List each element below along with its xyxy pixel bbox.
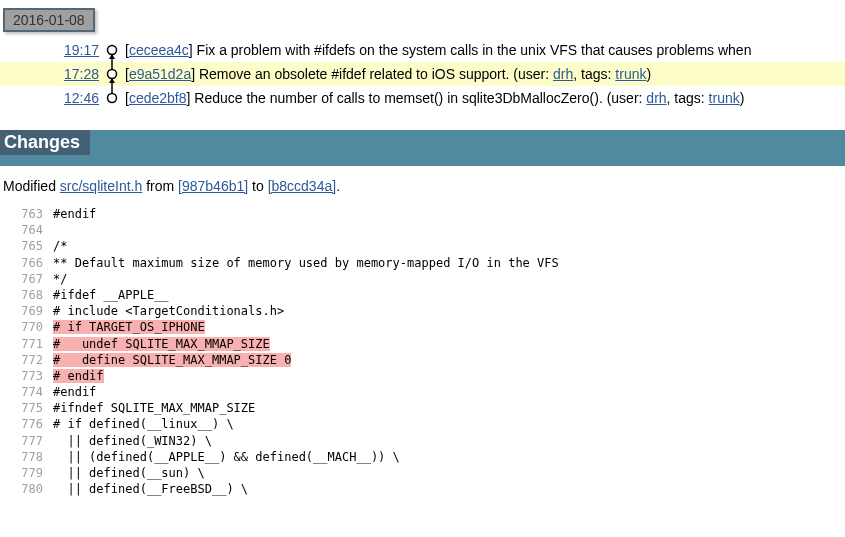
timeline-msg-cell: [e9a51d2a] Remove an obsolete #ifdef rel… (121, 62, 845, 86)
diff-line-deleted: # if TARGET_OS_IPHONE (53, 320, 205, 334)
line-number: 765 (3, 238, 53, 254)
line-number: 778 (3, 449, 53, 465)
diff-line-deleted: # define SQLITE_MAX_MMAP_SIZE 0 (53, 353, 291, 367)
commit-node-icon (103, 62, 121, 86)
line-number: 774 (3, 384, 53, 400)
diff-line: #ifdef __APPLE__ (53, 288, 169, 302)
timeline-msg-cell: [ceceea4c] Fix a problem with #ifdefs on… (121, 38, 845, 62)
diff-line: # include <TargetConditionals.h> (53, 304, 284, 318)
commit-user-link[interactable]: drh (553, 66, 573, 82)
changes-title: Changes (0, 130, 90, 155)
line-number: 764 (3, 222, 53, 238)
commit-node-icon (103, 86, 121, 110)
line-number: 777 (3, 433, 53, 449)
timeline-time-link[interactable]: 12:46 (64, 90, 99, 106)
modified-file-line: Modified src/sqliteInt.h from [987b46b1]… (0, 166, 845, 206)
diff-line: || defined(__FreeBSD__) \ (53, 482, 248, 496)
date-header: 2016-01-08 (3, 8, 95, 32)
diff-line: #ifndef SQLITE_MAX_MMAP_SIZE (53, 401, 255, 415)
svg-point-2 (108, 46, 117, 55)
changes-section-bar: Changes (0, 130, 845, 166)
timeline-graph-cell (103, 38, 121, 62)
diff-line: #endif (53, 385, 96, 399)
svg-point-8 (108, 94, 117, 103)
line-number: 768 (3, 287, 53, 303)
diff-line: ** Default maximum size of memory used b… (53, 256, 559, 270)
timeline-time-cell: 17:28 (0, 62, 103, 86)
line-number: 773 (3, 368, 53, 384)
timeline-time-cell: 12:46 (0, 86, 103, 110)
line-number: 763 (3, 206, 53, 222)
diff-block: 763#endif 764 765/* 766** Default maximu… (0, 206, 845, 497)
diff-line: || (defined(__APPLE__) && defined(__MACH… (53, 450, 400, 464)
line-number: 769 (3, 303, 53, 319)
line-number: 767 (3, 271, 53, 287)
line-number: 775 (3, 400, 53, 416)
svg-point-6 (108, 70, 117, 79)
timeline-row: 17:28[e9a51d2a] Remove an obsolete #ifde… (0, 62, 845, 86)
commit-node-icon (103, 38, 121, 62)
modified-file-link[interactable]: src/sqliteInt.h (60, 178, 142, 194)
commit-hash-link[interactable]: e9a51d2a (129, 66, 191, 82)
timeline-row: 12:46[cede2bf8] Reduce the number of cal… (0, 86, 845, 110)
diff-line: || defined(__sun) \ (53, 466, 205, 480)
line-number: 776 (3, 416, 53, 432)
diff-line-deleted: # endif (53, 369, 104, 383)
line-number: 766 (3, 255, 53, 271)
timeline-time-link[interactable]: 17:28 (64, 66, 99, 82)
diff-line: # if defined(__linux__) \ (53, 417, 234, 431)
modified-prefix: Modified (3, 178, 60, 194)
timeline-time-cell: 19:17 (0, 38, 103, 62)
timeline-row: 19:17[ceceea4c] Fix a problem with #ifde… (0, 38, 845, 62)
line-number: 772 (3, 352, 53, 368)
line-number: 780 (3, 481, 53, 497)
commit-hash-link[interactable]: cede2bf8 (129, 90, 187, 106)
commit-hash-link[interactable]: ceceea4c (129, 42, 189, 58)
commit-user-link[interactable]: drh (646, 90, 666, 106)
timeline-msg-cell: [cede2bf8] Reduce the number of calls to… (121, 86, 845, 110)
diff-line: || defined(_WIN32) \ (53, 434, 212, 448)
timeline-graph-cell (103, 86, 121, 110)
timeline-graph-cell (103, 62, 121, 86)
diff-line: /* (53, 239, 67, 253)
diff-line: #endif (53, 207, 96, 221)
line-number: 771 (3, 336, 53, 352)
modified-end: . (336, 178, 340, 194)
diff-line-deleted: # undef SQLITE_MAX_MMAP_SIZE (53, 337, 270, 351)
timeline-time-link[interactable]: 19:17 (64, 42, 99, 58)
diff-line: */ (53, 272, 67, 286)
line-number: 770 (3, 319, 53, 335)
commit-tag-link[interactable]: trunk (709, 90, 740, 106)
modified-hash-from[interactable]: [987b46b1] (178, 178, 248, 194)
commit-tag-link[interactable]: trunk (615, 66, 646, 82)
timeline-table: 19:17[ceceea4c] Fix a problem with #ifde… (0, 38, 845, 110)
modified-hash-to[interactable]: [b8ccd34a] (268, 178, 337, 194)
modified-mid1: from (142, 178, 178, 194)
line-number: 779 (3, 465, 53, 481)
modified-mid2: to (248, 178, 267, 194)
